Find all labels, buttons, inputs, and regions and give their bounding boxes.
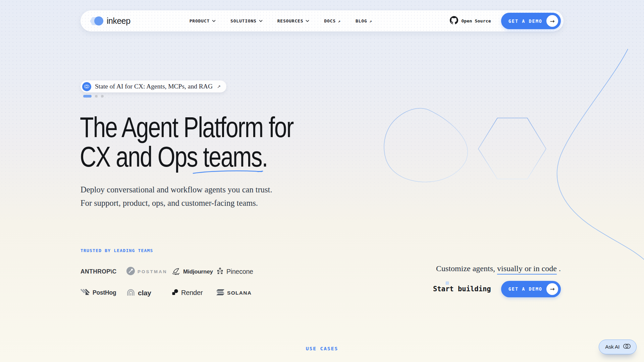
start-building-label: Start building: [433, 285, 491, 293]
hexagon-outline: [478, 118, 546, 179]
nav-links: PRODUCT SOLUTIONS RESOURCES DOCS ↗: [190, 18, 372, 23]
nav-right: Open Source GET A DEMO →: [450, 13, 561, 29]
external-link-icon: ↗: [217, 84, 221, 89]
brand-logo[interactable]: inkeep: [90, 16, 130, 26]
arrow-right-icon: →: [546, 15, 558, 27]
trusted-by-label: TRUSTED BY LEADING TEAMS: [80, 248, 153, 253]
logo-solana: SOLANA: [216, 289, 255, 297]
logo-postman: POSTMAN: [126, 267, 172, 277]
hand-drawn-underline: [192, 169, 266, 175]
hero-heading-line2: CX and Ops teams.: [80, 142, 293, 172]
curve-line: [557, 49, 644, 264]
hero-subtext: Deploy conversational and workflow agent…: [80, 183, 272, 210]
carousel-dot[interactable]: [95, 95, 98, 98]
logo-anthropic: ANTHROP\C: [80, 268, 126, 275]
arrow-right-icon: →: [546, 283, 558, 295]
customize-link[interactable]: visually or in code: [497, 264, 557, 275]
postman-icon: [126, 267, 135, 277]
get-a-demo-label: GET A DEMO: [508, 286, 542, 292]
announcement-carousel: [83, 95, 104, 98]
cursor-square-decoration: [446, 282, 449, 285]
use-cases-link[interactable]: USE CASES: [0, 346, 644, 351]
solana-icon: [216, 289, 224, 297]
logo-pinecone: Pinecone: [216, 267, 255, 276]
hero-heading: The Agent Platform for CX and Ops teams.: [80, 113, 346, 172]
nav-item-product[interactable]: PRODUCT: [190, 18, 216, 23]
chevron-down-icon: [259, 20, 263, 22]
github-open-source-link[interactable]: Open Source: [450, 16, 491, 26]
posthog-wordmark: PostHog: [93, 289, 116, 296]
ask-ai-button[interactable]: Ask AI: [599, 340, 637, 354]
brand-name: inkeep: [107, 16, 130, 26]
logo-midjourney: Midjourney: [172, 267, 216, 276]
get-a-demo-button-hero[interactable]: GET A DEMO →: [501, 281, 561, 297]
hero-subtext-line1: Deploy conversational and workflow agent…: [80, 185, 272, 194]
midjourney-sailboat-icon: [172, 267, 180, 276]
navbar: inkeep PRODUCT SOLUTIONS RESOURCES: [80, 10, 564, 32]
nav-item-label: RESOURCES: [277, 18, 304, 23]
nav-item-resources[interactable]: RESOURCES: [277, 18, 310, 23]
landing-page: inkeep PRODUCT SOLUTIONS RESOURCES: [0, 0, 644, 362]
nav-item-label: BLOG: [356, 18, 367, 23]
chevron-down-icon: [306, 20, 309, 22]
anthropic-wordmark: ANTHROP\C: [80, 268, 117, 275]
announcement-badge[interactable]: State of AI for CX: Agents, MCPs, and RA…: [80, 80, 226, 93]
hero-heading-line1: The Agent Platform for: [80, 113, 293, 142]
venn-circles-icon: [623, 344, 631, 350]
customize-line: Customize agents, visually or in code .: [368, 264, 561, 273]
solana-wordmark: SOLANA: [227, 290, 252, 296]
logo-render: Render: [172, 289, 216, 297]
midjourney-wordmark: Midjourney: [183, 268, 213, 275]
customize-prefix: Customize agents,: [436, 264, 497, 273]
customer-logos: ANTHROP\C POSTMAN Midjourney: [80, 261, 255, 303]
render-wordmark: Render: [181, 289, 203, 297]
pinecone-icon: [216, 267, 224, 276]
customize-suffix: .: [557, 264, 561, 273]
logo-posthog: PostHog: [80, 289, 126, 297]
postman-wordmark: POSTMAN: [138, 269, 167, 274]
github-icon: [450, 16, 458, 26]
get-a-demo-label: GET A DEMO: [508, 18, 542, 24]
open-source-label: Open Source: [461, 18, 491, 23]
background-shapes: [0, 0, 644, 362]
carousel-dot[interactable]: [101, 95, 104, 98]
logo-clay: clay: [126, 288, 172, 297]
nav-item-label: SOLUTIONS: [230, 18, 257, 23]
blob-outline: [384, 108, 468, 182]
pinecone-wordmark: Pinecone: [226, 268, 253, 276]
nav-item-docs[interactable]: DOCS ↗: [324, 18, 341, 23]
inkeep-logo-icon: [90, 16, 104, 26]
inkeep-venn-icon: [82, 82, 91, 91]
start-building-row: Start building GET A DEMO →: [368, 281, 561, 297]
chevron-down-icon: [212, 20, 216, 22]
render-icon: [172, 289, 178, 297]
get-a-demo-button[interactable]: GET A DEMO →: [501, 13, 561, 29]
clay-wordmark: clay: [138, 289, 151, 297]
nav-item-solutions[interactable]: SOLUTIONS: [230, 18, 263, 23]
carousel-dot-active[interactable]: [83, 95, 92, 98]
nav-item-label: PRODUCT: [190, 18, 210, 23]
hero-subtext-line2: For support, product, ops, and customer-…: [80, 198, 258, 207]
nav-item-label: DOCS: [324, 18, 336, 23]
external-link-icon: ↗: [369, 19, 372, 23]
announcement-text: State of AI for CX: Agents, MCPs, and RA…: [95, 83, 213, 90]
posthog-icon: [80, 289, 90, 297]
nav-item-blog[interactable]: BLOG ↗: [356, 18, 372, 23]
clay-icon: [126, 288, 135, 297]
external-link-icon: ↗: [338, 19, 341, 23]
ask-ai-label: Ask AI: [605, 344, 620, 350]
